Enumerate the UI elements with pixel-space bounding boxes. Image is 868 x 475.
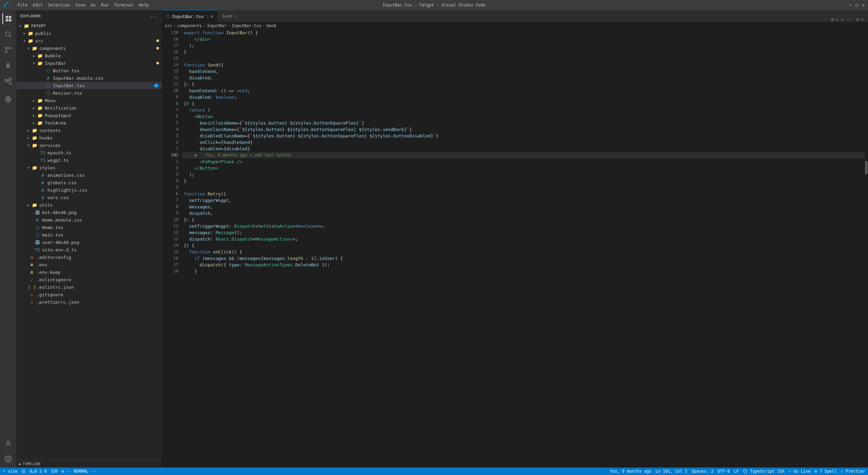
- tab-close-button[interactable]: ×: [235, 14, 237, 19]
- code-editor-container[interactable]: 138 18 17 16 15 14 13 12 11 10 9 8 7 6 5…: [162, 30, 868, 468]
- breadcrumb-file[interactable]: InputBar.tsx: [232, 23, 261, 28]
- more-actions-icon[interactable]: ···: [846, 17, 854, 22]
- activity-source-control[interactable]: [2, 44, 14, 56]
- breadcrumb-inputbar[interactable]: InputBar: [207, 23, 226, 28]
- menu-view[interactable]: View: [76, 3, 85, 7]
- status-line-ending[interactable]: LF: [734, 469, 738, 474]
- breadcrumb-components[interactable]: components: [177, 23, 202, 28]
- sidebar-item-env-keep[interactable]: ⊞ .env.keep: [16, 268, 162, 276]
- sidebar-item-gitignore[interactable]: ◎ .gitignore: [16, 291, 162, 298]
- sidebar-item-button-tsx[interactable]: ⬡ Button.tsx: [16, 67, 162, 74]
- close-button[interactable]: ✕: [862, 3, 865, 7]
- sidebar-item-services[interactable]: ▼ 📁 services: [16, 141, 162, 149]
- sidebar-item-highlightjs-css[interactable]: # highlightjs.css: [16, 186, 162, 194]
- status-prettier[interactable]: ✓ Prettier: [841, 469, 865, 474]
- code-line-3c: );: [182, 171, 865, 178]
- sidebar-item-editorconfig[interactable]: ⚙ .editorconfig: [16, 253, 162, 261]
- sidebar-item-globals-css[interactable]: # globals.css: [16, 179, 162, 186]
- menu-edit[interactable]: Edit: [33, 3, 43, 7]
- sidebar-item-eslintrc-json[interactable]: { } .eslintrc.json: [16, 283, 162, 291]
- activity-explorer[interactable]: [2, 13, 14, 24]
- menu-bar[interactable]: File Edit Selection View Go Run Terminal…: [3, 2, 149, 9]
- menu-selection[interactable]: Selection: [48, 3, 70, 7]
- menu-terminal[interactable]: Terminal: [114, 3, 134, 7]
- sidebar-item-menu[interactable]: ▶ 📁 Menu: [16, 97, 162, 104]
- status-spaces[interactable]: Spaces: 2: [691, 469, 713, 474]
- sidebar-item-resizer-tsx[interactable]: ⬡ Resizer.tsx: [16, 89, 162, 97]
- menu-go[interactable]: Go: [91, 3, 96, 7]
- sidebar-menu-button[interactable]: ...: [150, 14, 158, 18]
- status-cursor-pos[interactable]: Ln 191, Col 5: [655, 469, 687, 474]
- timeline-section[interactable]: ▶ TIMELINE: [16, 460, 162, 468]
- menu-run[interactable]: Run: [101, 3, 108, 7]
- sidebar-item-styles[interactable]: ▼ 📁 styles: [16, 164, 162, 171]
- activity-search[interactable]: [2, 28, 14, 40]
- sidebar-item-bot-img[interactable]: 🖼 bot-40x40.png: [16, 209, 162, 216]
- sidebar-item-myauth-ts[interactable]: TS myauth.ts: [16, 149, 162, 156]
- status-errors[interactable]: 0△0 S 0: [29, 469, 47, 474]
- activity-debug[interactable]: [2, 60, 14, 71]
- menu-file[interactable]: File: [18, 3, 27, 7]
- code-line-138: export function InputBar() {: [182, 30, 865, 36]
- sidebar-item-home-tsx[interactable]: ⬡ Home.tsx: [16, 224, 162, 231]
- status-encoding[interactable]: UTF-8: [717, 469, 730, 474]
- maximize-button[interactable]: □: [856, 3, 858, 7]
- sidebar-item-vars-css[interactable]: # vars.css: [16, 194, 162, 201]
- sidebar-item-components[interactable]: ▼ 📁 components: [16, 44, 162, 52]
- activity-settings[interactable]: [2, 453, 14, 465]
- scrollbar-thumb[interactable]: [865, 161, 868, 174]
- activity-extensions[interactable]: [2, 75, 14, 87]
- sidebar-item-hooks[interactable]: ▶ 📁 hooks: [16, 134, 162, 141]
- sidebar-item-notification[interactable]: ▶ 📁 Notification: [16, 104, 162, 112]
- sidebar-item-public[interactable]: ▶ 📁 public: [16, 30, 162, 37]
- vertical-scrollbar[interactable]: [865, 30, 868, 468]
- split-view-icon[interactable]: ⊡: [856, 17, 859, 22]
- status-mode[interactable]: ⚙ -- NORMAL --: [61, 469, 96, 474]
- navigate-back-icon[interactable]: ←: [836, 17, 839, 22]
- sidebar-item-animations-css[interactable]: # animations.css: [16, 171, 162, 179]
- file-label-home-tsx: Home.tsx: [42, 225, 159, 230]
- sidebar-item-textarea[interactable]: ▶ 📁 TextArea: [16, 119, 162, 127]
- tab-send[interactable]: Send ×: [218, 10, 242, 22]
- sidebar-content[interactable]: ▼ 📁 FATGPT ▶ 📁 public ▼ 📁 src ▼ 📁 co: [16, 22, 162, 460]
- sidebar-item-vite-env[interactable]: TS vite-env.d.ts: [16, 246, 162, 253]
- status-spellcheck[interactable]: ⚙ 7 Spell: [815, 469, 837, 474]
- status-language[interactable]: {} TypeScript JSX: [743, 469, 785, 474]
- sidebar-item-main-tsx[interactable]: ⬡ main.tsx: [16, 231, 162, 239]
- sidebar-item-wsgpt-ts[interactable]: TS wsgpt.ts: [16, 156, 162, 164]
- tab-inputbar-tsx[interactable]: ⬡ InputBar.tsx 5 ×: [162, 10, 218, 22]
- sidebar-item-inputbar-tsx[interactable]: ⬡ InputBar.tsx 5: [16, 82, 162, 89]
- sidebar-item-utils[interactable]: ▶ 📁 utils: [16, 201, 162, 209]
- minimize-button[interactable]: ─: [849, 3, 851, 7]
- tab-close-button[interactable]: ×: [211, 14, 213, 19]
- status-golive[interactable]: ⚡ Go Live: [789, 469, 811, 474]
- sidebar-item-inputbar-module-css[interactable]: # InputBar.module.css: [16, 74, 162, 82]
- sidebar-item-user-img[interactable]: 🖼 user-40x40.png: [16, 239, 162, 246]
- sidebar-item-bubble[interactable]: ▶ 📁 Bubble: [16, 52, 162, 59]
- sidebar-item-contexts[interactable]: ▶ 📁 contexts: [16, 127, 162, 134]
- tsx-icon: ⬡: [166, 14, 170, 19]
- close-editor-icon[interactable]: ×: [861, 17, 864, 22]
- sidebar-item-prettierrc-json[interactable]: ✦ .prettierrc.json: [16, 298, 162, 306]
- status-git[interactable]: Ⓖ: [21, 469, 25, 474]
- status-warnings[interactable]: ⓪0: [51, 469, 57, 474]
- sidebar-item-src[interactable]: ▼ 📁 src: [16, 37, 162, 44]
- sidebar-item-eslintignore[interactable]: ✓ .eslintignore: [16, 276, 162, 283]
- breadcrumb-src[interactable]: src: [165, 23, 172, 28]
- sidebar-item-popupinput[interactable]: ▶ 📁 PopupInput: [16, 112, 162, 119]
- split-editor-icon[interactable]: ⊞: [831, 17, 834, 22]
- line-num-8b: 8: [162, 204, 178, 210]
- navigate-forward-icon[interactable]: →: [841, 17, 843, 22]
- window-controls[interactable]: ─ □ ✕: [849, 3, 865, 7]
- status-git-blame[interactable]: You, 9 months ago: [610, 469, 652, 474]
- sidebar-item-fatgpt[interactable]: ▼ 📁 FATGPT: [16, 22, 162, 30]
- sidebar-item-env[interactable]: ⊞ .env: [16, 261, 162, 268]
- activity-remote[interactable]: [2, 94, 14, 105]
- code-content[interactable]: export function InputBar() { </div> ); }: [182, 30, 865, 468]
- sidebar-item-inputbar[interactable]: ▼ 📁 InputBar: [16, 59, 162, 67]
- status-vite[interactable]: ⚡ vite: [3, 469, 17, 474]
- breadcrumb-send[interactable]: Send: [266, 23, 276, 28]
- activity-accounts[interactable]: [2, 438, 14, 449]
- sidebar-item-home-module-css[interactable]: # Home.module.css: [16, 216, 162, 224]
- menu-help[interactable]: Help: [139, 3, 149, 7]
